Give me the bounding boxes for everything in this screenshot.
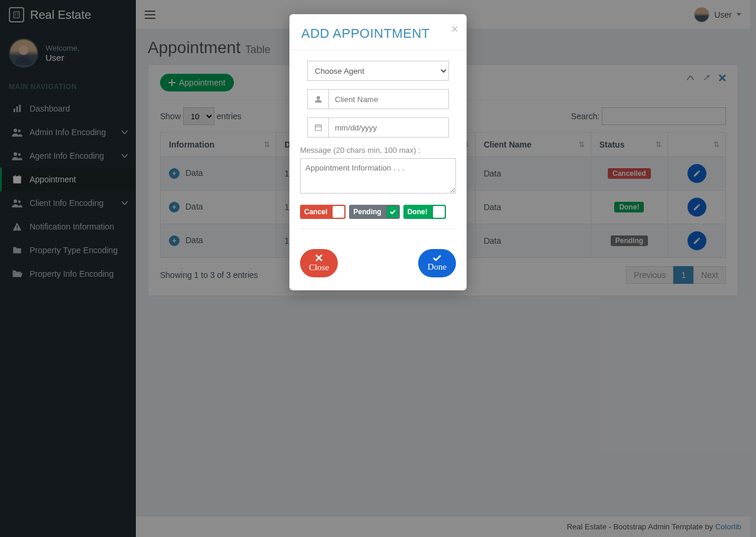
done-button-label: Done [428, 262, 447, 272]
message-label: Message (20 chars min, 100 max) : [300, 146, 456, 155]
add-appointment-modal: ADD APPOINTMENT × Choose Agent Message (… [289, 14, 467, 290]
close-button-label: Close [309, 263, 329, 273]
toggle-switch [387, 206, 399, 218]
pending-toggle-label: Pending [349, 205, 385, 219]
pending-toggle[interactable]: Pending [349, 205, 399, 219]
calendar-icon [307, 117, 328, 137]
cancel-toggle-label: Cancel [300, 205, 331, 219]
message-textarea[interactable] [300, 158, 456, 194]
toggle-switch [333, 206, 344, 218]
svg-point-30 [317, 96, 320, 100]
done-toggle[interactable]: Done! [403, 205, 446, 219]
agent-select[interactable]: Choose Agent [307, 61, 449, 81]
x-icon [315, 254, 322, 261]
svg-rect-31 [315, 125, 321, 130]
client-name-input[interactable] [328, 89, 449, 109]
cancel-toggle[interactable]: Cancel [300, 205, 346, 219]
toggle-switch [433, 206, 445, 218]
user-icon [307, 89, 328, 109]
date-input[interactable] [328, 117, 449, 137]
modal-title: ADD APPOINTMENT [301, 26, 455, 41]
done-button[interactable]: Done [418, 249, 456, 277]
close-button[interactable]: Close [300, 249, 338, 277]
close-icon[interactable]: × [451, 22, 458, 36]
check-icon [433, 255, 441, 261]
done-toggle-label: Done! [403, 205, 432, 219]
